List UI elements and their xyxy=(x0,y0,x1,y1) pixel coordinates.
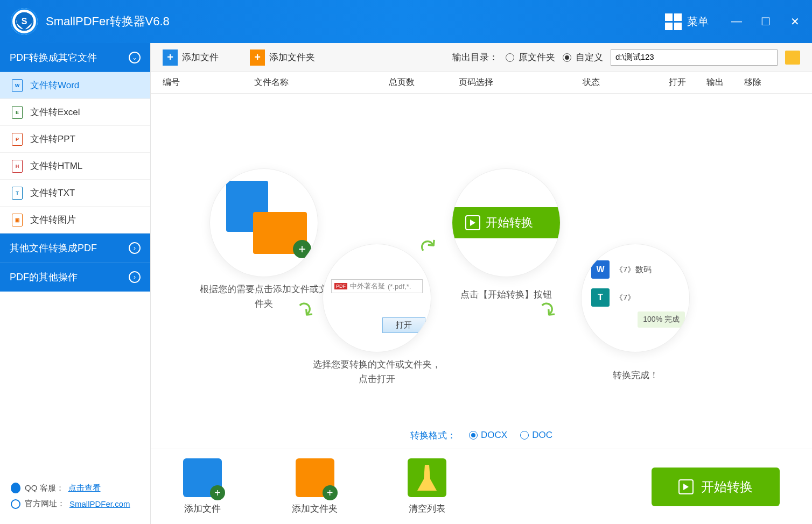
action-add-folder[interactable]: + 添加文件夹 xyxy=(292,458,338,515)
doc-name: 《7》 xyxy=(615,293,635,303)
radio-icon xyxy=(563,53,571,62)
header-num: 编号 xyxy=(163,77,254,88)
section-label: PDF的其他操作 xyxy=(10,271,78,284)
plus-icon: + xyxy=(250,49,265,66)
add-folder-button[interactable]: + 添加文件夹 xyxy=(250,49,315,66)
add-file-icon: + xyxy=(183,458,222,497)
format-row: 转换格式： DOCX DOC xyxy=(151,422,812,449)
qq-label: QQ 客服： xyxy=(25,483,64,493)
done-badge: 100% 完成 xyxy=(638,311,685,328)
format-option-label: DOC xyxy=(532,430,552,441)
add-folder-icon: + xyxy=(296,458,334,497)
format-option-label: DOCX xyxy=(481,430,507,441)
pdf-filename: 中外著名疑 xyxy=(350,281,385,291)
start-button-label: 开始转换 xyxy=(701,478,753,495)
sidebar-section-other-to-pdf[interactable]: 其他文件转换成PDF › xyxy=(0,233,150,263)
radio-label: 原文件夹 xyxy=(519,51,555,63)
browse-folder-button[interactable] xyxy=(785,51,800,65)
header-output: 输出 xyxy=(706,77,744,88)
radio-original-folder[interactable]: 原文件夹 xyxy=(506,51,555,63)
ppt-icon: P xyxy=(12,133,23,146)
header-open: 打开 xyxy=(669,77,706,88)
guide-step3-circle: 开始转换 xyxy=(452,169,560,277)
chevron-right-icon: › xyxy=(129,271,141,283)
plus-icon: + xyxy=(163,49,178,66)
maximize-button[interactable]: ☐ xyxy=(759,15,772,28)
image-icon: ▣ xyxy=(12,214,23,226)
site-link[interactable]: SmallPDFer.com xyxy=(69,499,130,508)
sidebar-section-pdf-other-ops[interactable]: PDF的其他操作 › xyxy=(0,263,150,292)
close-button[interactable]: ✕ xyxy=(788,15,801,28)
qq-icon xyxy=(11,483,20,493)
clear-list-icon xyxy=(408,458,446,497)
sidebar-footer: QQ 客服： 点击查看 官方网址： SmallPDFer.com xyxy=(0,473,150,524)
sidebar-item-label: 文件转Word xyxy=(30,79,79,91)
word-icon: W xyxy=(12,79,23,92)
start-convert-button[interactable]: 开始转换 xyxy=(652,468,780,506)
minimize-button[interactable]: — xyxy=(730,15,743,28)
txt-icon: T xyxy=(12,187,23,200)
titlebar: S SmallPDFer转换器V6.8 菜单 — ☐ ✕ xyxy=(0,0,812,43)
sidebar-item-txt[interactable]: T 文件转TXT xyxy=(0,180,150,207)
bottom-actions: + 添加文件 + 添加文件夹 清空列表 开始转换 xyxy=(151,449,812,524)
sidebar-item-html[interactable]: H 文件转HTML xyxy=(0,153,150,180)
guide-step2-circle: PDF 中外著名疑 (*.pdf,*. 打开 xyxy=(323,244,431,352)
pdf-badge-icon: PDF xyxy=(334,283,347,289)
menu-button[interactable]: 菜单 xyxy=(665,13,709,30)
ie-icon xyxy=(11,499,20,509)
sidebar-item-label: 文件转HTML xyxy=(30,160,82,172)
output-path-input[interactable] xyxy=(611,49,778,66)
sidebar-item-word[interactable]: W 文件转Word xyxy=(0,72,150,99)
radio-label: 自定义 xyxy=(576,51,603,63)
arrow-icon: ↷ xyxy=(414,230,444,261)
txt-doc-icon: T xyxy=(591,288,610,307)
format-label: 转换格式： xyxy=(410,429,456,442)
guide-step1-circle xyxy=(210,169,318,277)
sidebar-section-pdf-to-other[interactable]: PDF转换成其它文件 ⌄ xyxy=(0,43,150,72)
sidebar-item-label: 文件转PPT xyxy=(30,133,75,145)
play-icon xyxy=(465,215,480,230)
toolbar: + 添加文件 + 添加文件夹 输出目录： 原文件夹 自定义 xyxy=(151,43,812,72)
add-file-button[interactable]: + 添加文件 xyxy=(163,49,219,66)
section-label: 其他文件转换成PDF xyxy=(10,242,97,254)
qq-link[interactable]: 点击查看 xyxy=(68,483,101,493)
header-status: 状态 xyxy=(583,77,669,88)
chevron-right-icon: › xyxy=(129,242,141,254)
sidebar-item-ppt[interactable]: P 文件转PPT xyxy=(0,126,150,153)
sidebar-item-excel[interactable]: E 文件转Excel xyxy=(0,99,150,126)
pdf-filter: (*.pdf,*. xyxy=(388,282,411,291)
header-remove: 移除 xyxy=(744,77,782,88)
site-label: 官方网址： xyxy=(25,499,65,509)
table-headers: 编号 文件名称 总页数 页码选择 状态 打开 输出 移除 xyxy=(151,72,812,94)
header-name: 文件名称 xyxy=(254,77,389,88)
window-controls: — ☐ ✕ xyxy=(730,15,801,28)
action-label: 添加文件夹 xyxy=(292,502,338,515)
format-radio-docx[interactable]: DOCX xyxy=(469,430,507,441)
guide-start-label: 开始转换 xyxy=(486,215,533,231)
guide-open-button: 打开 xyxy=(382,317,425,333)
radio-icon xyxy=(506,53,514,62)
radio-icon xyxy=(469,431,478,440)
menu-label: 菜单 xyxy=(687,15,709,29)
sidebar-item-image[interactable]: ▣ 文件转图片 xyxy=(0,207,150,233)
app-logo-icon: S xyxy=(11,8,38,35)
sidebar-item-label: 文件转图片 xyxy=(30,214,76,226)
radio-custom-folder[interactable]: 自定义 xyxy=(563,51,603,63)
excel-icon: E xyxy=(12,106,23,119)
word-doc-icon: W xyxy=(591,260,610,279)
guide-step2-text: 选择您要转换的文件或文件夹，点击打开 xyxy=(310,357,444,386)
output-dir-label: 输出目录： xyxy=(452,51,498,63)
add-file-label: 添加文件 xyxy=(182,51,219,63)
header-page-select: 页码选择 xyxy=(459,77,583,88)
header-pages: 总页数 xyxy=(389,77,459,88)
format-radio-doc[interactable]: DOC xyxy=(520,430,552,441)
action-clear-list[interactable]: 清空列表 xyxy=(408,458,446,515)
guide-step3-text: 点击【开始转换】按钮 xyxy=(431,287,582,302)
action-label: 添加文件 xyxy=(184,502,221,515)
action-add-file[interactable]: + 添加文件 xyxy=(183,458,222,515)
guide-area: 根据您的需要点击添加文件或文件夹 ↷ PDF 中外著名疑 (*.pdf,*. 打… xyxy=(151,94,812,422)
chevron-down-icon: ⌄ xyxy=(129,52,141,63)
sidebar-item-label: 文件转TXT xyxy=(30,187,75,199)
main-panel: + 添加文件 + 添加文件夹 输出目录： 原文件夹 自定义 编号 文件名称 xyxy=(151,43,812,524)
action-label: 清空列表 xyxy=(409,502,445,515)
